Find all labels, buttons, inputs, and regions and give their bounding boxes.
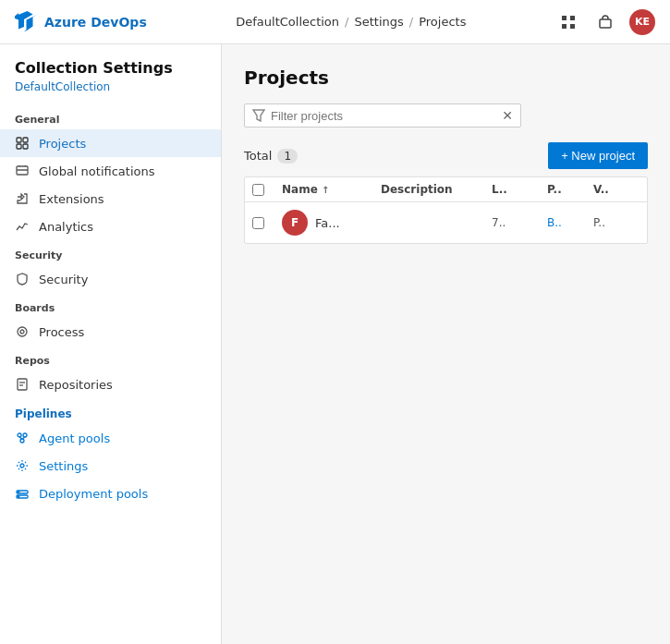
sidebar-item-analytics[interactable]: Analytics <box>0 213 221 240</box>
main-layout: Collection Settings DefaultCollection Ge… <box>0 44 670 644</box>
filter-icon <box>252 109 265 122</box>
notifications-icon <box>15 164 30 178</box>
breadcrumb-item-2[interactable]: Settings <box>354 15 403 29</box>
row-checkbox[interactable] <box>252 217 264 229</box>
select-all-checkbox[interactable] <box>252 184 264 196</box>
filter-input-wrap: ✕ <box>244 103 521 128</box>
sidebar-item-projects[interactable]: Projects <box>0 129 221 157</box>
svg-rect-12 <box>18 379 27 390</box>
total-text: Total <box>244 149 272 163</box>
project-avatar: F <box>282 210 308 236</box>
sidebar-item-extensions-label: Extensions <box>39 192 104 206</box>
col-header-description: Description <box>381 183 492 196</box>
page-title: Projects <box>244 67 648 89</box>
svg-rect-1 <box>570 16 575 20</box>
app-logo[interactable]: Azure DevOps <box>15 11 147 33</box>
sidebar-section-boards: Boards <box>0 293 221 318</box>
repositories-icon <box>15 377 30 392</box>
sidebar-item-security-label: Security <box>39 273 88 286</box>
table-row: F Fa... 7.. B.. P.. <box>245 202 647 243</box>
svg-point-11 <box>20 330 24 334</box>
svg-line-19 <box>22 437 25 439</box>
svg-rect-8 <box>23 144 28 149</box>
sidebar-subtitle[interactable]: DefaultCollection <box>0 80 221 104</box>
app-name-label: Azure DevOps <box>44 15 147 30</box>
row-visibility: P.. <box>593 216 640 229</box>
deployment-pools-icon <box>15 486 30 501</box>
col-header-name: Name ↑ <box>282 183 381 196</box>
sidebar-item-settings-label: Settings <box>39 459 88 473</box>
total-badge: 1 <box>277 149 298 164</box>
azure-devops-logo-icon <box>15 11 37 33</box>
sidebar-section-security: Security <box>0 240 221 265</box>
sidebar-item-notifications-label: Global notifications <box>39 164 154 178</box>
user-avatar[interactable]: KE <box>629 9 655 35</box>
row-pipeline[interactable]: B.. <box>547 216 593 229</box>
svg-point-10 <box>18 327 27 336</box>
col-header-visibility: V.. <box>593 183 640 196</box>
svg-rect-2 <box>562 24 566 29</box>
svg-line-18 <box>19 437 22 439</box>
svg-rect-5 <box>17 138 21 142</box>
sidebar-item-settings[interactable]: Settings <box>0 452 221 480</box>
security-icon <box>15 272 30 286</box>
table-header: Name ↑ Description L.. P.. V.. <box>245 177 647 202</box>
shopping-bag-icon[interactable] <box>592 9 618 35</box>
sidebar-item-extensions[interactable]: Extensions <box>0 185 221 213</box>
svg-rect-4 <box>600 19 611 28</box>
breadcrumb-sep-2: / <box>409 15 413 29</box>
table-toolbar: Total 1 + New project <box>244 142 648 169</box>
breadcrumb-item-3[interactable]: Projects <box>419 15 466 29</box>
project-name: Fa... <box>315 216 340 230</box>
svg-point-24 <box>18 496 19 498</box>
breadcrumb-item-1[interactable]: DefaultCollection <box>236 15 339 29</box>
svg-point-16 <box>23 433 27 437</box>
sidebar-title: Collection Settings <box>0 59 221 80</box>
filter-projects-input[interactable] <box>271 109 496 123</box>
content-area: Projects ✕ Total 1 + New project <box>222 44 670 644</box>
grid-icon[interactable] <box>555 9 581 35</box>
projects-table: Name ↑ Description L.. P.. V.. F Fa... 7… <box>244 176 648 244</box>
sidebar-item-deployment-pools-label: Deployment pools <box>39 487 148 501</box>
breadcrumb-sep-1: / <box>345 15 348 29</box>
agent-pools-icon <box>15 431 30 445</box>
top-nav: Azure DevOps DefaultCollection / Setting… <box>0 0 670 44</box>
process-icon <box>15 324 30 339</box>
top-nav-icons: KE <box>555 9 655 35</box>
svg-rect-0 <box>562 16 566 20</box>
row-checkbox-col <box>252 217 282 229</box>
select-all-checkbox-col <box>252 184 282 196</box>
sidebar-item-agent-pools-label: Agent pools <box>39 431 110 445</box>
sidebar-section-pipelines: Pipelines <box>0 398 221 424</box>
row-name-col[interactable]: F Fa... <box>282 210 381 236</box>
sidebar-item-process-label: Process <box>39 325 84 339</box>
extensions-icon <box>15 191 30 206</box>
sidebar-item-process[interactable]: Process <box>0 318 221 346</box>
sort-icon: ↑ <box>322 185 329 195</box>
row-last-modified: 7.. <box>492 216 547 229</box>
sidebar-item-deployment-pools[interactable]: Deployment pools <box>0 480 221 507</box>
new-project-button[interactable]: + New project <box>548 142 648 169</box>
filter-bar: ✕ <box>244 103 648 128</box>
sidebar-item-security[interactable]: Security <box>0 265 221 293</box>
sidebar-item-projects-label: Projects <box>39 137 86 151</box>
svg-point-15 <box>18 433 21 437</box>
svg-point-20 <box>20 464 24 468</box>
svg-rect-6 <box>23 138 28 142</box>
sidebar: Collection Settings DefaultCollection Ge… <box>0 44 222 644</box>
svg-rect-3 <box>570 24 575 29</box>
total-count-label: Total 1 <box>244 149 298 164</box>
svg-point-17 <box>20 439 24 443</box>
analytics-icon <box>15 219 30 234</box>
col-header-last: L.. <box>492 183 547 196</box>
sidebar-item-repositories[interactable]: Repositories <box>0 371 221 398</box>
settings-icon <box>15 458 30 473</box>
svg-point-23 <box>18 492 19 493</box>
sidebar-item-global-notifications[interactable]: Global notifications <box>0 157 221 185</box>
sidebar-section-general: General <box>0 104 221 129</box>
svg-marker-25 <box>253 110 264 121</box>
filter-clear-button[interactable]: ✕ <box>502 108 513 123</box>
col-header-pipeline: P.. <box>547 183 593 196</box>
sidebar-section-repos: Repos <box>0 346 221 371</box>
sidebar-item-agent-pools[interactable]: Agent pools <box>0 424 221 452</box>
